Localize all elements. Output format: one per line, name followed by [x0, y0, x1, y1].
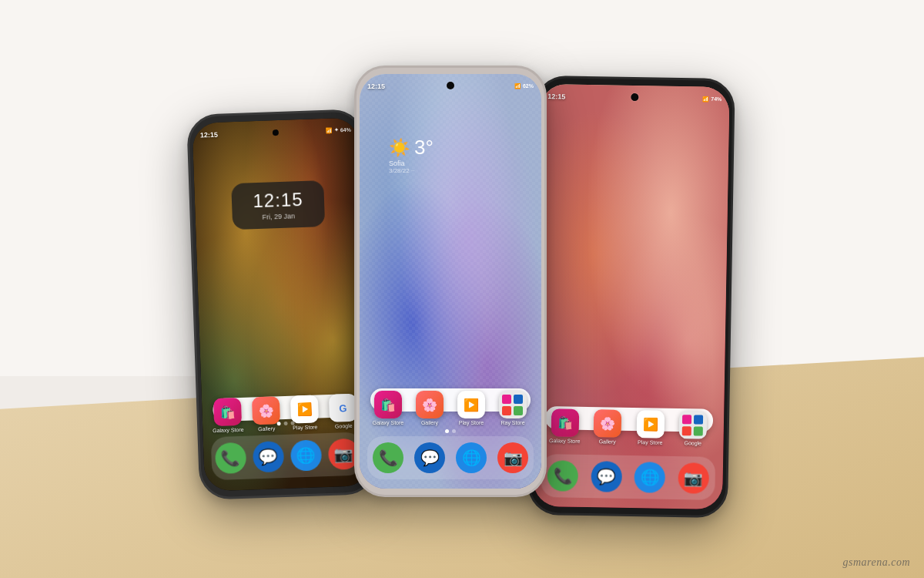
galaxy-store-icon-center: 🛍️: [374, 391, 402, 418]
clock-date-left: Fri, 29 Jan: [243, 211, 314, 221]
playstore-icon-center: ▶️: [457, 391, 485, 418]
dot-2-center: [452, 429, 456, 433]
screen-right: 12:15 📶 74% G 🎤: [533, 84, 730, 509]
screen-left: 12:15 📶 ✦ 64% 12:15 Fri, 29 Jan G: [192, 117, 371, 491]
time-center: 12:15: [367, 82, 385, 90]
playstore-label-left: Play Store: [293, 424, 318, 430]
galaxy-store-label-center: Galaxy Store: [373, 420, 403, 425]
phone-left: 12:15 📶 ✦ 64% 12:15 Fri, 29 Jan G: [186, 109, 377, 500]
app-icon-playstore-left[interactable]: ▶️ Play Store: [286, 395, 323, 431]
dock-internet-center[interactable]: 🌐: [456, 442, 487, 473]
status-icons-left: 📶 ✦ 64%: [326, 127, 351, 134]
watermark: gsmarena.com: [842, 556, 910, 569]
dock-center: 📞 💬 🌐 📷: [367, 436, 534, 479]
app-icon-gallery-left[interactable]: 🌸 Gallery: [248, 396, 285, 432]
dock-phone-center[interactable]: 📞: [373, 442, 403, 473]
status-icons-right: 📶 74%: [702, 96, 721, 102]
galaxy-store-label-right: Galaxy Store: [549, 438, 581, 444]
dock-messages-left[interactable]: 💬: [252, 441, 283, 472]
time-right: 12:15: [547, 92, 565, 100]
dock-left: 📞 💬 🌐 📷: [211, 432, 363, 480]
phone-wrapper-center: 12:15 📶 62% ☀️ 3° Sofia 3/28/: [354, 66, 547, 497]
camera-hole-center: [447, 82, 454, 89]
app-grid-center: 🛍️ Galaxy Store 🌸 Gallery ▶️ Play Store: [369, 391, 532, 425]
app-icon-playstore-center[interactable]: ▶️ Play Store: [452, 391, 490, 425]
google-label-right: Google: [684, 440, 701, 445]
gallery-label-center: Gallery: [421, 420, 438, 425]
dot-1-center: [445, 429, 449, 433]
weather-widget-center: ☀️ 3° Sofia 3/28/22 ··: [389, 136, 512, 174]
google-icon-left: G: [329, 394, 357, 422]
app-grid-right: 🛍️ Galaxy Store 🌸 Gallery ▶️ Play Store: [544, 408, 713, 446]
dock-right: 📞 💬 🌐 📷: [541, 454, 715, 500]
phones-container: 12:15 📶 ✦ 64% 12:15 Fri, 29 Jan G: [0, 0, 924, 578]
google-icon-right: [679, 411, 708, 439]
dot-3-left: [290, 421, 294, 425]
phone-wrapper-right: 12:15 📶 74% G 🎤: [527, 76, 735, 518]
app-icon-gallery-center[interactable]: 🌸 Gallery: [410, 391, 449, 425]
dot-indicators-left: [277, 421, 295, 425]
dot-indicators-center: [445, 429, 456, 433]
camera-hole-right: [631, 93, 638, 101]
weather-date-center: 3/28/22 ··: [389, 167, 434, 174]
dock-internet-right[interactable]: 🌐: [634, 462, 666, 493]
google-label-left: Google: [335, 423, 353, 429]
app-icon-galaxy-store-center[interactable]: 🛍️ Galaxy Store: [369, 391, 407, 425]
galaxy-store-label-left: Galaxy Store: [213, 427, 244, 433]
weather-sun-icon: ☀️: [389, 138, 410, 158]
phone-right: 12:15 📶 74% G 🎤: [527, 76, 735, 518]
clock-widget-left: 12:15 Fri, 29 Jan: [231, 180, 325, 230]
playstore-icon-right: ▶️: [636, 410, 665, 439]
app-grid-left: 🛍️ Galaxy Store 🌸 Gallery ▶️ Play Store …: [209, 393, 361, 433]
raystore-icon-center: [499, 391, 527, 418]
dock-phone-right[interactable]: 📞: [547, 460, 579, 492]
gallery-icon-right: 🌸: [594, 409, 622, 438]
dot-1-left: [277, 422, 281, 425]
clock-time-left: 12:15: [243, 188, 314, 212]
gallery-icon-center: 🌸: [416, 391, 444, 418]
weather-temp-center: 3°: [414, 136, 434, 160]
battery-center: 📶 62%: [514, 83, 534, 89]
app-icon-galaxy-store-right[interactable]: 🛍️ Galaxy Store: [544, 408, 584, 444]
playstore-label-right: Play Store: [638, 439, 662, 445]
app-icon-galaxy-store-left[interactable]: 🛍️ Galaxy Store: [209, 398, 246, 434]
app-icon-google-right[interactable]: Google: [673, 411, 713, 446]
dock-internet-left[interactable]: 🌐: [290, 439, 321, 471]
screen-center: 12:15 📶 62% ☀️ 3° Sofia 3/28/: [360, 74, 541, 489]
dock-camera-center[interactable]: 📷: [497, 442, 528, 473]
playstore-label-center: Play Store: [459, 420, 484, 425]
gallery-label-right: Gallery: [599, 439, 616, 444]
battery-right: 📶 74%: [702, 96, 721, 102]
dock-messages-right[interactable]: 💬: [591, 461, 622, 492]
app-icon-gallery-right[interactable]: 🌸 Gallery: [588, 409, 628, 445]
dock-phone-left[interactable]: 📞: [214, 442, 246, 474]
phone-center: 12:15 📶 62% ☀️ 3° Sofia 3/28/: [354, 66, 547, 497]
app-icon-playstore-right[interactable]: ▶️ Play Store: [630, 410, 670, 445]
galaxy-store-icon-right: 🛍️: [551, 408, 579, 437]
playstore-icon-left: ▶️: [290, 395, 319, 423]
battery-left: 📶 ✦ 64%: [326, 127, 351, 134]
dot-2-left: [284, 422, 288, 425]
time-left: 12:15: [200, 131, 218, 139]
app-icon-raystore-center[interactable]: Ray Store: [494, 391, 532, 425]
phone-wrapper-left: 12:15 📶 ✦ 64% 12:15 Fri, 29 Jan G: [186, 109, 377, 500]
dock-camera-right[interactable]: 📷: [678, 462, 709, 494]
galaxy-store-icon-left: 🛍️: [213, 398, 242, 426]
weather-city-center: Sofia: [389, 160, 434, 167]
status-icons-center: 📶 62%: [514, 83, 534, 89]
gallery-label-left: Gallery: [258, 425, 275, 432]
gallery-icon-left: 🌸: [252, 396, 280, 425]
dock-messages-center[interactable]: 💬: [414, 442, 445, 473]
raystore-label-center: Ray Store: [500, 420, 524, 425]
